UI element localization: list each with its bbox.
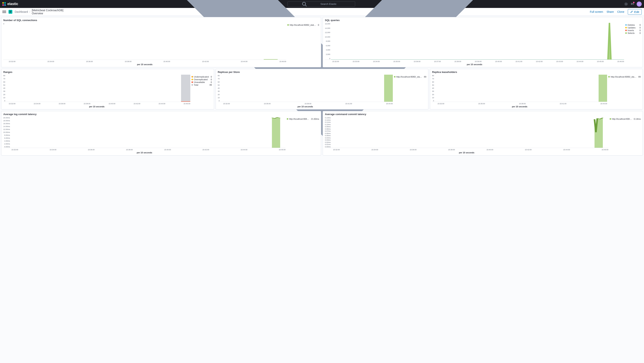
y-axis: 20.00ms18.00ms16.00ms14.00ms12.00ms10.00… [3, 117, 11, 148]
edit-button[interactable]: Edit [628, 9, 642, 15]
plot-area[interactable] [220, 75, 393, 102]
x-axis: 15:32:0015:34:0015:36:0015:38:0015:40:00… [3, 60, 286, 63]
x-axis: 15:32:0015:34:0015:36:0015:38:0015:40:00… [3, 148, 286, 151]
clone-link[interactable]: Clone [617, 10, 624, 13]
panel-sql-connections[interactable]: Number of SQL connections 0 15:32:0015:3… [1, 17, 321, 67]
panel-title: Number of SQL connections [3, 19, 319, 22]
x-axis: 15:32:0015:35:0015:38:0015:41:0015:44:00 [432, 102, 607, 105]
menu-toggle-icon[interactable] [2, 11, 6, 13]
panel-avg-command-commit-latency[interactable]: Average command commit latency 0.13ms0.1… [323, 111, 643, 156]
x-axis-label: per 10 seconds [432, 105, 607, 108]
legend-item[interactable]: Underreplicated0 [192, 75, 212, 78]
panel-sql-queries[interactable]: SQL queries 16,00014,00012,00010,0008,00… [323, 17, 643, 67]
legend-item[interactable]: Deletes0 [625, 24, 641, 26]
avatar-initial: r [639, 3, 640, 6]
breadcrumb-separator: / [30, 10, 30, 13]
breadcrumb-bar: D Dashboard / [Metricbeat CockroachDB] O… [0, 8, 644, 16]
x-axis: 15:32:0015:33:0015:34:0015:35:0015:36:00… [325, 60, 624, 63]
legend-item[interactable]: http://localhost:808…0.14ms [610, 118, 641, 120]
panel-title: Average log commit latency [3, 113, 319, 116]
chart-legend: http://localhost:8080/_sta…89 [394, 75, 426, 108]
user-avatar[interactable]: r [637, 2, 642, 7]
notification-dot [633, 2, 634, 3]
y-axis: 80706050403020100 [432, 75, 435, 102]
x-axis: 15:32:0015:35:0015:38:0015:41:0015:44:00 [218, 102, 393, 105]
panel-title: Replica leaseholders [432, 71, 641, 74]
x-axis-label: per 10 seconds [325, 151, 608, 154]
chart-legend: http://localhost:8080/_stat…0 [287, 23, 319, 66]
x-axis: 15:32:0015:34:0015:36:0015:38:0015:40:00… [3, 102, 190, 105]
share-link[interactable]: Share [606, 10, 614, 13]
panel-replica-leaseholders[interactable]: Replica leaseholders 80706050403020100 1… [430, 69, 643, 110]
plot-area[interactable] [5, 23, 286, 60]
chart-legend: http://localhost:8080/_sta…89 [608, 75, 641, 108]
panel-title: Ranges [3, 71, 212, 74]
plot-area[interactable] [331, 23, 624, 60]
edit-button-label: Edit [634, 10, 639, 14]
svg-marker-5 [272, 117, 280, 148]
panel-title: Average command commit latency [325, 113, 641, 116]
plot-area[interactable] [6, 75, 190, 102]
y-axis: 0.13ms0.12ms0.11ms0.10ms0.09ms0.08ms0.07… [325, 117, 331, 148]
space-badge[interactable]: D [8, 10, 12, 14]
panel-replicas-per-store[interactable]: Replicas per Store 80706050403020100 15:… [216, 69, 428, 110]
help-icon[interactable] [624, 2, 628, 6]
legend-item[interactable]: http://localhost:8080/_stat…0 [287, 24, 319, 26]
legend-item[interactable]: Total89 [192, 84, 212, 86]
news-feed-icon[interactable] [630, 2, 634, 6]
plot-area[interactable] [331, 117, 608, 148]
x-axis-label: per 10 seconds [218, 105, 393, 108]
chart-legend: Underreplicated0Overreplicated0Unavailab… [192, 75, 212, 108]
plot-area[interactable] [435, 75, 607, 102]
legend-item[interactable]: http://localhost:8080/_sta…89 [394, 75, 426, 78]
breadcrumb-current: [Metricbeat CockroachDB] Overview [32, 9, 71, 15]
legend-item[interactable]: Overreplicated0 [192, 78, 212, 81]
legend-item[interactable]: Inserts0 [625, 29, 641, 32]
chart-legend: http://localhost:808…21.60ms [287, 117, 319, 154]
chart-legend: Deletes0Updates0Inserts0Selects0 [625, 23, 641, 66]
panel-title: SQL queries [325, 19, 641, 22]
plot-area[interactable] [11, 117, 286, 148]
legend-item[interactable]: Unavailable0 [192, 81, 212, 84]
pencil-icon [630, 11, 633, 13]
x-axis: 15:32:0015:34:0015:36:0015:38:0015:40:00… [325, 148, 608, 151]
breadcrumb-dashboard[interactable]: Dashboard [15, 10, 28, 13]
svg-marker-6 [594, 118, 603, 148]
legend-item[interactable]: http://localhost:808…21.60ms [287, 118, 319, 120]
panel-title: Replicas per Store [218, 71, 426, 74]
legend-item[interactable]: Updates0 [625, 26, 641, 29]
elastic-logo-icon [2, 2, 6, 6]
x-axis-label: per 10 seconds [325, 63, 624, 66]
legend-item[interactable]: http://localhost:8080/_sta…89 [608, 75, 641, 78]
fullscreen-link[interactable]: Full screen [590, 10, 603, 13]
x-axis-label: per 10 seconds [3, 105, 190, 108]
x-axis-label: per 10 seconds [3, 151, 286, 154]
x-axis-label: per 10 seconds [3, 63, 286, 66]
y-axis: 16,00014,00012,00010,0008,0006,0004,0002… [325, 23, 331, 60]
panel-ranges[interactable]: Ranges 80706050403020100 15:32:0015:34:0… [1, 69, 214, 110]
chart-legend: http://localhost:808…0.14ms [610, 117, 641, 154]
svg-point-2 [625, 3, 628, 6]
y-axis: 80706050403020100 [218, 75, 220, 102]
legend-item[interactable]: Selects0 [625, 32, 641, 35]
y-axis: 0 [3, 23, 5, 60]
y-axis: 80706050403020100 [3, 75, 6, 102]
svg-point-3 [626, 4, 626, 5]
panel-avg-log-commit-latency[interactable]: Average log commit latency 20.00ms18.00m… [1, 111, 321, 156]
